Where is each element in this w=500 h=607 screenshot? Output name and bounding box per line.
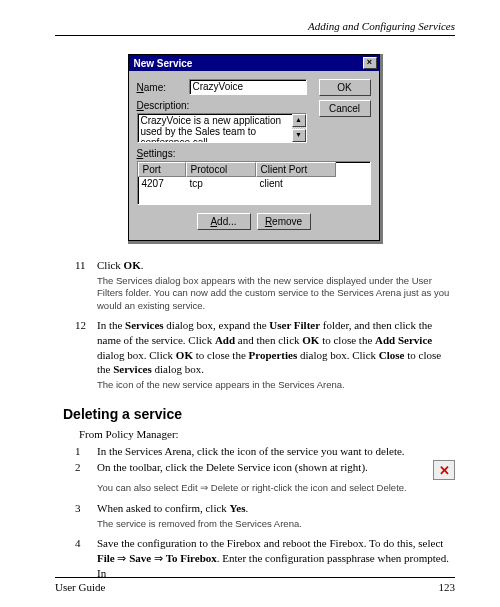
table-row[interactable]: 4207 tcp client xyxy=(138,177,370,190)
close-icon[interactable]: × xyxy=(363,57,377,69)
new-service-dialog: New Service × Name: CrazyVoice Descripti… xyxy=(128,54,380,241)
del-step-4: 4 Save the configuration to the Firebox … xyxy=(75,536,455,581)
settings-label: Settings: xyxy=(137,148,371,159)
page-footer: User Guide 123 xyxy=(55,577,455,593)
table-header: Port Protocol Client Port xyxy=(138,162,370,177)
delete-service-icon: ✕ xyxy=(433,460,455,480)
step-12-note: The icon of the new service appears in t… xyxy=(97,379,455,391)
del-step-3-note: The service is removed from the Services… xyxy=(97,518,455,530)
step-11-note: The Services dialog box appears with the… xyxy=(97,275,455,312)
add-button[interactable]: Add... xyxy=(197,213,251,230)
scroll-down-icon[interactable]: ▼ xyxy=(292,129,306,142)
cancel-button[interactable]: Cancel xyxy=(319,100,371,117)
name-input[interactable]: CrazyVoice xyxy=(189,79,307,95)
footer-pagenum: 123 xyxy=(439,581,456,593)
footer-left: User Guide xyxy=(55,581,105,593)
remove-button[interactable]: Remove xyxy=(257,213,311,230)
description-label: Description: xyxy=(137,100,190,111)
scroll-up-icon[interactable]: ▲ xyxy=(292,114,306,127)
dialog-figure: New Service × Name: CrazyVoice Descripti… xyxy=(55,54,455,244)
section-heading: Deleting a service xyxy=(63,406,455,422)
del-step-3: 3 When asked to confirm, click Yes. xyxy=(75,501,455,516)
dialog-title: New Service xyxy=(134,58,193,69)
ok-button[interactable]: OK xyxy=(319,79,371,96)
del-step-2: 2 ✕ On the toolbar, click the Delete Ser… xyxy=(75,460,455,480)
del-step-1: 1 In the Services Arena, click the icon … xyxy=(75,444,455,459)
step-12: 12 In the Services dialog box, expand th… xyxy=(75,318,455,377)
step-11: 11 Click OK. xyxy=(75,258,455,273)
settings-table[interactable]: Port Protocol Client Port 4207 tcp clien… xyxy=(137,161,371,205)
titlebar: New Service × xyxy=(129,55,379,71)
name-label: Name: xyxy=(137,82,189,93)
scrollbar[interactable]: ▲ ▼ xyxy=(292,114,306,142)
chapter-header: Adding and Configuring Services xyxy=(55,20,455,36)
section-intro: From Policy Manager: xyxy=(79,428,455,440)
del-step-2-note: You can also select Edit ⇒ Delete or rig… xyxy=(97,482,455,494)
description-textarea[interactable]: CrazyVoice is a new application used by … xyxy=(137,113,307,143)
